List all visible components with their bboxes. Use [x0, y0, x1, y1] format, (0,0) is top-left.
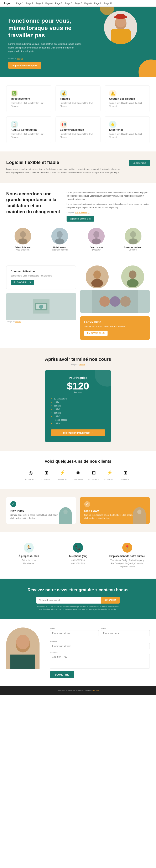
client-logo-4: ⊡ COMPANY [88, 469, 99, 480]
newsletter-email-input[interactable] [36, 597, 101, 603]
team-more-btn[interactable]: apprendre encore plus [67, 216, 94, 222]
info-title-1: Téléphone (fax) [60, 555, 96, 558]
newsletter-form: S'INSCRIRE [36, 597, 120, 603]
card-freepik-link[interactable]: Pexels [15, 320, 21, 323]
nav-link-page-7[interactable]: Page 7 [75, 2, 82, 5]
svg-point-29 [110, 296, 120, 307]
svg-point-35 [16, 635, 30, 649]
hero-person-image [102, 11, 139, 63]
info-title-2: Emplacement de notre bureau [109, 555, 146, 558]
client-logo-6: ⊞ COMPANY [120, 469, 131, 480]
comm-btn[interactable]: EN SAVOIR PLUS [10, 280, 34, 285]
svg-point-15 [130, 231, 136, 238]
contact-message-textarea[interactable] [50, 654, 150, 669]
clients-section: Voici quelques-uns de nos clients ◎ COMP… [0, 451, 156, 489]
message-label: Message [50, 651, 150, 653]
team-avatar-0 [14, 228, 31, 245]
cards-section: Commercialisation Sample text. Click to … [0, 266, 156, 348]
footer: Créé avec le site Web Builder du créateu… [0, 686, 156, 695]
member-role-1: Partenaire national [43, 249, 76, 251]
newsletter-submit-btn[interactable]: S'INSCRIRE [101, 597, 120, 603]
flex-card-title: La flexibilité [84, 320, 146, 324]
flexible-content: Logiciel flexible et fiable Lorem ipsum … [6, 160, 123, 174]
info-box-1: 📞 Téléphone (fax) +91 3 357 890+91 3 252… [56, 538, 101, 572]
nav-link-page-10[interactable]: Page 10 [104, 2, 112, 5]
team-member-2: Jean Lanon Directeur [80, 228, 113, 251]
hero-image-credit: Image de Freepik [8, 57, 83, 60]
photo-wide [80, 290, 150, 313]
svg-point-32 [137, 509, 142, 514]
team-grid: Adam Johnson vice-président Bob Larson P… [6, 228, 150, 251]
svg-point-30 [120, 296, 131, 307]
nav-link-page-9[interactable]: Page 9 [94, 2, 101, 5]
testimonial-svg-1 [135, 509, 144, 519]
service-desc-4: Sample text. Click to select the Text El… [60, 132, 96, 139]
nav-links: Page 1Page 2Page 3Page 4Page 5Page 6Page… [16, 2, 112, 5]
clients-title: Voici quelques-uns de nos clients [6, 459, 150, 464]
svg-point-10 [55, 239, 64, 244]
svg-point-12 [93, 231, 99, 238]
contact-address-input[interactable] [50, 643, 150, 649]
client-logo-label-4: COMPANY [88, 478, 99, 480]
contact-email-input[interactable] [50, 630, 99, 636]
flex-card-btn[interactable]: EN SAVOIR PLUS [84, 331, 107, 336]
team-avatar-3 [125, 228, 142, 245]
flexible-btn[interactable]: En savoir plus [129, 160, 150, 166]
address-label: Adresse [50, 641, 150, 643]
service-title-3: Audit & Comptabilité [10, 128, 47, 131]
svg-point-20 [39, 305, 43, 309]
photo-circle-1 [86, 266, 108, 288]
hero-cta-button[interactable]: apprendre encore plus [8, 62, 41, 69]
testimonials-section: ✓ Nick Parse Sample text. Click to selec… [0, 489, 156, 532]
info-box-0: 🏃 À propos du club Guide de coursEnrollm… [6, 538, 51, 572]
hero-deco-orange-bottom [138, 60, 156, 77]
card-image-placeholder [6, 293, 76, 320]
team-member-0: Adam Johnson vice-président [6, 228, 40, 251]
card-image-bottom: Image de Pexels [6, 293, 76, 323]
svg-point-22 [93, 271, 101, 279]
person-svg-2 [121, 266, 144, 288]
team-freepik-link[interactable]: Image de Freepik [75, 211, 89, 214]
nav-link-page-3[interactable]: Page 3 [36, 2, 43, 5]
logo: logo [4, 2, 10, 5]
contact-form-row1: Email Name [50, 627, 150, 638]
service-card-2: ⚠️ Gestion des risques Sample text. Clic… [105, 85, 150, 112]
hero-title: Fonctionne pour vous, même lorsque vous … [8, 17, 83, 39]
courses-freepik-link[interactable]: Freepik [79, 364, 85, 366]
nav-link-page-8[interactable]: Page 8 [85, 2, 92, 5]
info-icon-0: 🏃 [24, 542, 34, 553]
hero-person-svg [104, 11, 137, 44]
team-avatar-svg-1 [51, 228, 68, 245]
info-line-2-1: Pte Courtyard, At Quo 1, Colorado. [109, 562, 146, 565]
footer-link[interactable]: Wix.com [92, 690, 99, 692]
service-title-1: Finance [60, 97, 96, 100]
nav-link-page-5[interactable]: Page 5 [55, 2, 62, 5]
pricing-cta-btn[interactable]: Télécharger gratuitement → [51, 429, 105, 436]
navigation: logo Page 1Page 2Page 3Page 4Page 5Page … [0, 0, 156, 7]
nav-link-page-6[interactable]: Page 6 [65, 2, 72, 5]
member-name-2: Jean Lanon [80, 246, 113, 249]
contact-submit-btn[interactable]: SOUMETTRE [50, 672, 74, 678]
info-line-1-0: +91 3 357 890 [60, 559, 96, 562]
photo-1 [80, 266, 114, 288]
hero-description: Lorem ipsum ad minim veniam, quis nostru… [8, 42, 83, 53]
check-icon-0: ✓ [10, 501, 16, 507]
newsletter-section: Recevez notre newsletter gratuite + cont… [0, 579, 156, 619]
contact-section: Email Name Adresse Message SOUMETTRE [0, 619, 156, 686]
client-logo-label-3: COMPANY [72, 478, 84, 480]
commerce-icon: 📢 [60, 121, 67, 128]
service-card-0: 💹 Investissement Sample text. Click to s… [6, 85, 51, 112]
freepik-link[interactable]: Freepik [17, 57, 23, 60]
nav-link-page-1[interactable]: Page 1 [16, 2, 23, 5]
contact-name-input[interactable] [101, 630, 150, 636]
testimonials-grid: ✓ Nick Parse Sample text. Click to selec… [6, 497, 150, 524]
service-desc-1: Sample text. Click to select the Text El… [60, 101, 96, 108]
info-line-0-1: Enrollments [10, 562, 47, 565]
member-role-0: vice-président [6, 249, 40, 251]
testimonial-card-1: ✓ Nina Scavo Sample text. Click to selec… [80, 497, 150, 524]
comm-title: Commercialisation [10, 270, 71, 273]
nav-link-page-4[interactable]: Page 4 [45, 2, 53, 5]
service-title-4: Commercialisation [60, 128, 96, 131]
email-label: Email [50, 627, 99, 629]
nav-link-page-2[interactable]: Page 2 [26, 2, 33, 5]
